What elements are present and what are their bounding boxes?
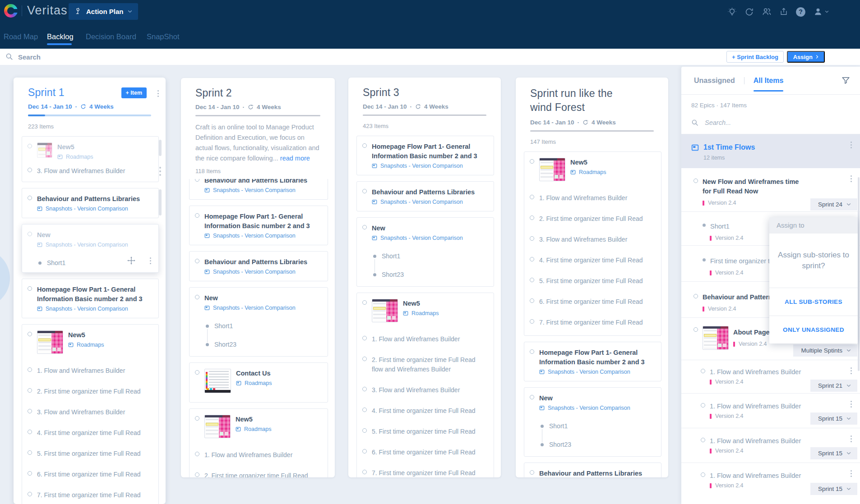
backlog-card[interactable]: New5 Roadmaps 1. Flow and Wireframes Bui… (524, 151, 661, 336)
status-circle-icon[interactable] (28, 471, 32, 476)
story-title[interactable]: 3. Flow and Wireframes Builder (539, 235, 627, 244)
substory-title[interactable]: Short1 (47, 259, 65, 266)
action-plan-dropdown[interactable]: Action Plan (69, 3, 138, 20)
status-circle-icon[interactable] (694, 294, 698, 298)
move-icon[interactable] (127, 256, 136, 265)
status-circle-icon[interactable] (195, 472, 199, 477)
row-menu-icon[interactable] (850, 141, 853, 149)
column-menu-icon[interactable] (157, 89, 160, 98)
substory-title[interactable]: Short1 (549, 422, 568, 430)
story-title[interactable]: 5. First time organizer time Full Read (37, 449, 141, 458)
epic-link[interactable]: Roadmaps (68, 342, 104, 348)
panel-story-row[interactable]: 1. Flow and Wireframes Builder Version 2… (681, 463, 860, 498)
backlog-card[interactable]: New5 Roadmaps 3. Flow and Wireframes Bui… (22, 136, 159, 182)
story-title[interactable]: 4. First time organizer time Full Read (37, 428, 141, 438)
status-circle-icon[interactable] (362, 428, 367, 433)
sprint-assign-dropdown[interactable]: Sprint 15 (810, 483, 857, 495)
status-circle-icon[interactable] (530, 215, 534, 220)
substory-title[interactable]: Short23 (549, 441, 571, 448)
status-circle-icon[interactable] (530, 159, 534, 164)
substory-title[interactable]: Short1 (214, 322, 233, 330)
tab-all-items[interactable]: All Items (754, 77, 784, 85)
story-title[interactable]: 6. First time organizer time Full Read (539, 297, 643, 307)
backlog-card[interactable]: Homepage Flow Part 1- General Informatio… (22, 279, 159, 318)
story-title[interactable]: 4. First time organizer time Full Read (372, 406, 476, 416)
status-circle-icon[interactable] (195, 179, 199, 182)
sprint-assign-dropdown[interactable]: Sprint 15 (810, 447, 857, 459)
status-circle-icon[interactable] (195, 259, 199, 263)
status-circle-icon[interactable] (362, 300, 367, 305)
row-menu-icon[interactable] (850, 367, 853, 375)
status-circle-icon[interactable] (28, 430, 32, 434)
sprint-title[interactable]: Sprint 3 (363, 87, 486, 99)
status-circle-icon[interactable] (362, 387, 367, 391)
epic-link[interactable]: Roadmaps (570, 169, 606, 175)
epic-row-selected[interactable]: 1st Time Flows 12 items (681, 134, 860, 168)
epic-link[interactable]: Snapshots - Version Comparison (372, 235, 463, 241)
status-circle-icon[interactable] (28, 232, 32, 236)
backlog-card[interactable]: Homepage Flow Part 1- General Informatio… (356, 136, 494, 175)
status-circle-icon[interactable] (701, 472, 705, 477)
panel-search-input[interactable] (704, 119, 830, 127)
scroll-handle-icon[interactable] (159, 167, 161, 176)
sprint-assign-dropdown[interactable]: Sprint 15 (810, 412, 857, 425)
status-circle-icon[interactable] (694, 179, 698, 183)
status-circle-icon[interactable] (28, 332, 32, 336)
story-title[interactable]: 7. First time organizer time Full Read (372, 468, 476, 477)
substory-title[interactable]: Short1 (382, 252, 400, 260)
tab-decision-board[interactable]: Decision Board (86, 32, 136, 41)
story-title[interactable]: 6. First time organizer time Full Read (372, 448, 476, 457)
search-input[interactable] (17, 49, 207, 65)
row-menu-icon[interactable] (850, 435, 853, 443)
epic-link[interactable]: Snapshots - Version Comparison (372, 163, 488, 169)
team-icon[interactable] (762, 7, 772, 17)
panel-story-row[interactable]: New Flow and Wireframes time for Full Re… (681, 168, 860, 212)
status-circle-icon[interactable] (195, 370, 199, 375)
epic-link[interactable]: Snapshots - Version Comparison (204, 233, 322, 239)
epic-link[interactable]: Roadmaps (57, 154, 93, 160)
story-title[interactable]: 7. First time organizer time Full Read (539, 318, 643, 327)
backlog-card[interactable]: New5 Roadmaps 1. Flow and Wireframes Bui… (189, 408, 328, 477)
tab-snapshot[interactable]: SnapShot (147, 32, 179, 41)
epic-link[interactable]: Snapshots - Version Comparison (37, 206, 140, 212)
story-title[interactable]: 6. First time organizer time Full Read (37, 470, 141, 479)
column-scrollbar[interactable] (159, 189, 162, 215)
story-title[interactable]: 3. Flow and Wireframes Builder (372, 385, 460, 395)
row-menu-icon[interactable] (850, 400, 853, 408)
epic-link[interactable]: Roadmaps (236, 426, 271, 432)
story-title[interactable]: 4. First time organizer time Full Read (539, 256, 643, 265)
status-circle-icon[interactable] (195, 295, 199, 299)
epic-link[interactable]: Snapshots - Version Comparison (539, 369, 656, 375)
all-sub-stories-button[interactable]: ALL SUB-STORIES (769, 288, 858, 316)
row-menu-icon[interactable] (850, 469, 853, 478)
status-circle-icon[interactable] (362, 143, 367, 148)
status-circle-icon[interactable] (28, 367, 32, 372)
story-title[interactable]: 2. First time organizer time Full Read f… (372, 355, 480, 374)
backlog-card[interactable]: Behaviour and Patterns Libraries Snapsho… (189, 251, 328, 281)
status-circle-icon[interactable] (530, 195, 534, 199)
status-circle-icon[interactable] (530, 257, 534, 261)
story-title[interactable]: 1. Flow and Wireframes Builder (37, 366, 125, 376)
export-icon[interactable] (779, 7, 788, 16)
sprint-title[interactable]: Sprint run like the wind Forest (530, 87, 634, 115)
backlog-card[interactable]: New Snapshots - Version Comparison Short… (524, 387, 661, 457)
backlog-card[interactable]: Behaviour and Patterns Libraries Snapsho… (356, 181, 494, 211)
backlog-card-dragging[interactable]: New Snapshots - Version Comparison Short… (22, 224, 159, 273)
epic-link[interactable]: Snapshots - Version Comparison (37, 242, 128, 248)
panel-story-row[interactable]: 1. Flow and Wireframes Builder Version 2… (681, 394, 860, 428)
row-menu-icon[interactable] (850, 174, 853, 183)
status-circle-icon[interactable] (28, 144, 32, 148)
status-circle-icon[interactable] (28, 388, 32, 393)
epic-link[interactable]: Snapshots - Version Comparison (539, 405, 630, 411)
status-circle-icon[interactable] (701, 369, 705, 373)
story-title[interactable]: 3. Flow and Wireframes Builder (37, 408, 125, 417)
status-circle-icon[interactable] (362, 189, 367, 193)
story-title[interactable]: 1. Flow and Wireframes Builder (539, 193, 627, 203)
backlog-card[interactable]: New5 Roadmaps 1. Flow and Wireframes Bui… (22, 324, 159, 504)
sprint-assign-dropdown[interactable]: Sprint 21 (810, 380, 857, 392)
epic-link[interactable]: Snapshots - Version Comparison (37, 306, 153, 312)
status-circle-icon[interactable] (362, 449, 367, 454)
sprint-backlog-button[interactable]: + Sprint Backlog (726, 51, 784, 63)
status-circle-icon[interactable] (701, 403, 705, 408)
status-circle-icon[interactable] (362, 336, 367, 340)
